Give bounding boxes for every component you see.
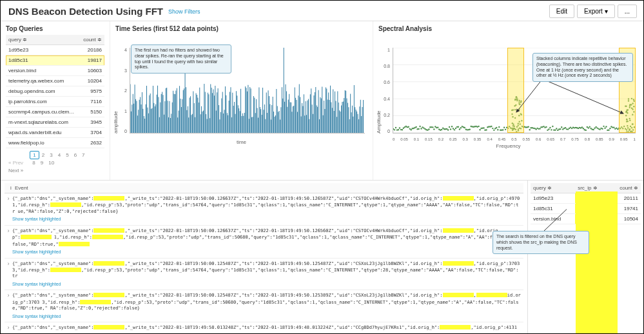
svg-point-395 (562, 128, 563, 130)
pager: « Prev 12345678910 Next » (6, 148, 104, 176)
svg-point-415 (588, 127, 589, 128)
top-queries-row[interactable]: 1d85c3119817 (6, 55, 104, 66)
svg-point-424 (599, 128, 600, 130)
svg-point-323 (471, 126, 472, 127)
sa-ylabel: Amplitude (376, 35, 382, 133)
col-event: Event (15, 185, 28, 191)
show-filters-link[interactable]: Show Filters (168, 8, 200, 15)
show-syntax-link[interactable]: Show syntax highlighted (12, 249, 61, 255)
svg-point-274 (408, 126, 409, 128)
more-button[interactable]: ... (618, 5, 637, 18)
svg-point-435 (613, 127, 614, 128)
pager-page[interactable]: 9 (38, 159, 46, 166)
redacted-value (443, 261, 474, 266)
side-col-query[interactable]: query ≑ (531, 183, 575, 193)
redacted-value (93, 196, 124, 201)
svg-point-311 (455, 128, 456, 129)
redacted-value (476, 293, 507, 297)
top-queries-row[interactable]: www.fieldpop.io2632 (6, 138, 104, 148)
svg-point-308 (451, 126, 453, 127)
event-row: ›{"_path":"dns","_system_name":,"_write_… (5, 290, 523, 322)
expand-icon[interactable]: › (5, 195, 12, 223)
svg-point-382 (545, 126, 547, 128)
pager-next[interactable]: Next » (6, 167, 26, 174)
event-row: ›{"_path":"dns","_system_name":,"_write_… (5, 193, 523, 226)
pager-page[interactable]: 6 (72, 152, 79, 159)
svg-point-300 (441, 129, 442, 130)
redacted-value (443, 293, 474, 297)
svg-point-310 (454, 129, 455, 130)
svg-point-390 (556, 128, 557, 129)
top-queries-row[interactable]: sccmmp4.campus.cu.clemson.edu5150 (6, 107, 104, 117)
svg-point-383 (547, 130, 548, 131)
svg-point-287 (424, 128, 425, 130)
pager-page[interactable]: 2 (39, 152, 47, 159)
svg-point-285 (422, 126, 423, 128)
svg-point-267 (399, 127, 400, 128)
pager-page[interactable]: 7 (79, 152, 87, 159)
page-title: DNS Beacon Detection Using FFT (8, 6, 163, 17)
svg-point-307 (450, 128, 451, 130)
svg-point-416 (589, 126, 590, 127)
pager-prev[interactable]: « Prev (6, 159, 26, 166)
svg-point-419 (593, 129, 594, 130)
pager-page[interactable]: 8 (30, 159, 37, 166)
col-expand: i (7, 185, 15, 191)
redacted-value (93, 261, 124, 266)
top-queries-table: query ≑ count ≑ 1d95e23201861d85c3119817… (6, 35, 104, 148)
top-queries-row[interactable]: telemetry.qa.webex.com10204 (6, 76, 104, 86)
svg-point-341 (493, 130, 494, 131)
side-table-panel: query ≑ src_ip ≑ count ≑ 1d95e23201111d8… (527, 181, 643, 334)
svg-point-270 (403, 127, 404, 128)
svg-point-349 (503, 127, 505, 128)
export-button[interactable]: Export ▾ (577, 5, 615, 18)
top-queries-row[interactable]: 1d95e2320186 (6, 45, 104, 55)
pager-page[interactable]: 1 (30, 151, 39, 159)
col-count[interactable]: count ≑ (78, 35, 104, 45)
svg-point-394 (561, 126, 562, 128)
pager-page[interactable]: 4 (55, 152, 63, 159)
top-queries-row[interactable]: m-vnext.sqlazurelabs.com3945 (6, 117, 104, 128)
header: DNS Beacon Detection Using FFT Show Filt… (1, 1, 643, 21)
show-syntax-link[interactable]: Show syntax highlighted (12, 281, 61, 287)
svg-point-329 (478, 126, 479, 127)
top-queries-title: Top Queries (6, 25, 104, 32)
top-queries-row[interactable]: ip.parrotdns.com7116 (6, 97, 104, 107)
ts-y-axis: 43210 (121, 48, 127, 133)
expand-icon[interactable]: › (5, 228, 12, 256)
top-queries-row[interactable]: version.bind10603 (6, 66, 104, 76)
pager-page[interactable]: 3 (47, 152, 55, 159)
svg-point-290 (428, 128, 429, 130)
svg-point-414 (587, 126, 588, 128)
ts-xlabel: time (115, 139, 367, 145)
redacted-value (21, 235, 52, 239)
show-syntax-link[interactable]: Show syntax highlighted (12, 313, 61, 319)
svg-point-342 (494, 128, 496, 129)
svg-point-316 (462, 126, 463, 127)
top-queries-row[interactable]: debug.opendns.com9575 (6, 86, 104, 97)
svg-point-309 (453, 128, 454, 129)
show-syntax-link[interactable]: Show syntax highlighted (12, 216, 61, 222)
svg-point-373 (534, 128, 535, 129)
svg-point-264 (395, 127, 396, 128)
events-panel: i Event ›{"_path":"dns","_system_name":,… (1, 181, 527, 334)
svg-point-374 (535, 128, 536, 130)
svg-point-432 (609, 128, 610, 129)
expand-icon[interactable]: › (5, 292, 12, 320)
svg-point-293 (432, 126, 433, 128)
redacted-value (443, 228, 474, 233)
pager-page[interactable]: 5 (63, 152, 71, 159)
svg-point-408 (579, 127, 580, 128)
col-query[interactable]: query ≑ (6, 35, 78, 45)
svg-point-420 (594, 128, 595, 129)
top-queries-row[interactable]: wpad.ds.vanderbilt.edu3704 (6, 128, 104, 138)
edit-button[interactable]: Edit (549, 5, 574, 18)
redacted-value (80, 300, 111, 304)
pager-page[interactable]: 10 (46, 159, 57, 166)
expand-icon[interactable]: › (5, 324, 12, 334)
sa-xlabel: Frequency (378, 143, 638, 149)
expand-icon[interactable]: › (5, 260, 12, 288)
svg-point-393 (560, 128, 561, 130)
svg-point-282 (418, 128, 419, 130)
svg-point-263 (394, 129, 395, 130)
